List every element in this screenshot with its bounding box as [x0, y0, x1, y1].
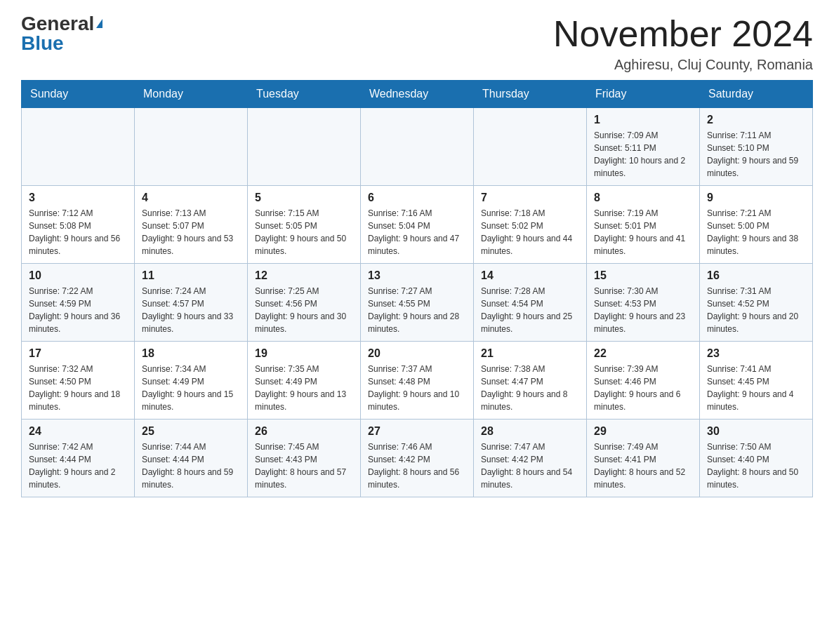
table-row: 18Sunrise: 7:34 AMSunset: 4:49 PMDayligh…: [135, 342, 248, 420]
day-info: Sunrise: 7:45 AMSunset: 4:43 PMDaylight:…: [255, 441, 353, 491]
calendar-body: 1Sunrise: 7:09 AMSunset: 5:11 PMDaylight…: [22, 108, 813, 497]
day-number: 7: [481, 192, 579, 204]
header-wednesday: Wednesday: [361, 81, 474, 108]
day-info: Sunrise: 7:38 AMSunset: 4:47 PMDaylight:…: [481, 363, 579, 413]
day-info: Sunrise: 7:19 AMSunset: 5:01 PMDaylight:…: [594, 207, 692, 257]
day-number: 14: [481, 269, 579, 282]
day-info: Sunrise: 7:31 AMSunset: 4:52 PMDaylight:…: [707, 285, 805, 335]
day-info: Sunrise: 7:09 AMSunset: 5:11 PMDaylight:…: [594, 129, 692, 180]
day-info: Sunrise: 7:37 AMSunset: 4:48 PMDaylight:…: [368, 363, 466, 413]
day-number: 24: [29, 425, 127, 438]
table-row: 8Sunrise: 7:19 AMSunset: 5:01 PMDaylight…: [587, 186, 700, 264]
table-row: 19Sunrise: 7:35 AMSunset: 4:49 PMDayligh…: [248, 342, 361, 420]
logo: General Blue: [21, 14, 102, 53]
day-info: Sunrise: 7:34 AMSunset: 4:49 PMDaylight:…: [142, 363, 240, 413]
day-info: Sunrise: 7:12 AMSunset: 5:08 PMDaylight:…: [29, 207, 127, 257]
month-title: November 2024: [553, 14, 813, 54]
table-row: 16Sunrise: 7:31 AMSunset: 4:52 PMDayligh…: [700, 264, 813, 342]
table-row: 14Sunrise: 7:28 AMSunset: 4:54 PMDayligh…: [474, 264, 587, 342]
table-row: 20Sunrise: 7:37 AMSunset: 4:48 PMDayligh…: [361, 342, 474, 420]
day-info: Sunrise: 7:28 AMSunset: 4:54 PMDaylight:…: [481, 285, 579, 335]
table-row: [248, 108, 361, 186]
table-row: 11Sunrise: 7:24 AMSunset: 4:57 PMDayligh…: [135, 264, 248, 342]
calendar-week-row: 1Sunrise: 7:09 AMSunset: 5:11 PMDaylight…: [22, 108, 813, 186]
day-number: 4: [142, 192, 240, 204]
day-number: 9: [707, 192, 805, 204]
table-row: 2Sunrise: 7:11 AMSunset: 5:10 PMDaylight…: [700, 108, 813, 186]
day-number: 8: [594, 192, 692, 204]
day-number: 30: [707, 425, 805, 438]
day-info: Sunrise: 7:11 AMSunset: 5:10 PMDaylight:…: [707, 129, 805, 180]
day-number: 27: [368, 425, 466, 438]
table-row: 7Sunrise: 7:18 AMSunset: 5:02 PMDaylight…: [474, 186, 587, 264]
header-tuesday: Tuesday: [248, 81, 361, 108]
day-number: 25: [142, 425, 240, 438]
calendar-week-row: 3Sunrise: 7:12 AMSunset: 5:08 PMDaylight…: [22, 186, 813, 264]
day-info: Sunrise: 7:15 AMSunset: 5:05 PMDaylight:…: [255, 207, 353, 257]
day-info: Sunrise: 7:30 AMSunset: 4:53 PMDaylight:…: [594, 285, 692, 335]
day-info: Sunrise: 7:50 AMSunset: 4:40 PMDaylight:…: [707, 441, 805, 491]
day-info: Sunrise: 7:39 AMSunset: 4:46 PMDaylight:…: [594, 363, 692, 413]
table-row: 10Sunrise: 7:22 AMSunset: 4:59 PMDayligh…: [22, 264, 135, 342]
day-number: 20: [368, 347, 466, 360]
day-number: 1: [594, 114, 692, 126]
day-info: Sunrise: 7:47 AMSunset: 4:42 PMDaylight:…: [481, 441, 579, 491]
day-number: 3: [29, 192, 127, 204]
day-info: Sunrise: 7:22 AMSunset: 4:59 PMDaylight:…: [29, 285, 127, 335]
day-number: 26: [255, 425, 353, 438]
table-row: 13Sunrise: 7:27 AMSunset: 4:55 PMDayligh…: [361, 264, 474, 342]
day-number: 10: [29, 269, 127, 282]
table-row: 4Sunrise: 7:13 AMSunset: 5:07 PMDaylight…: [135, 186, 248, 264]
day-info: Sunrise: 7:32 AMSunset: 4:50 PMDaylight:…: [29, 363, 127, 413]
table-row: [361, 108, 474, 186]
day-number: 21: [481, 347, 579, 360]
day-number: 2: [707, 114, 805, 126]
table-row: 28Sunrise: 7:47 AMSunset: 4:42 PMDayligh…: [474, 420, 587, 497]
day-info: Sunrise: 7:49 AMSunset: 4:41 PMDaylight:…: [594, 441, 692, 491]
table-row: 26Sunrise: 7:45 AMSunset: 4:43 PMDayligh…: [248, 420, 361, 497]
day-info: Sunrise: 7:46 AMSunset: 4:42 PMDaylight:…: [368, 441, 466, 491]
logo-triangle-icon: [96, 19, 102, 28]
day-number: 28: [481, 425, 579, 438]
day-number: 12: [255, 269, 353, 282]
day-number: 29: [594, 425, 692, 438]
day-info: Sunrise: 7:27 AMSunset: 4:55 PMDaylight:…: [368, 285, 466, 335]
day-number: 5: [255, 192, 353, 204]
table-row: 9Sunrise: 7:21 AMSunset: 5:00 PMDaylight…: [700, 186, 813, 264]
day-info: Sunrise: 7:21 AMSunset: 5:00 PMDaylight:…: [707, 207, 805, 257]
header-thursday: Thursday: [474, 81, 587, 108]
day-number: 16: [707, 269, 805, 282]
calendar-table: Sunday Monday Tuesday Wednesday Thursday…: [21, 80, 813, 497]
table-row: 23Sunrise: 7:41 AMSunset: 4:45 PMDayligh…: [700, 342, 813, 420]
table-row: 15Sunrise: 7:30 AMSunset: 4:53 PMDayligh…: [587, 264, 700, 342]
header-sunday: Sunday: [22, 81, 135, 108]
calendar-week-row: 10Sunrise: 7:22 AMSunset: 4:59 PMDayligh…: [22, 264, 813, 342]
table-row: 21Sunrise: 7:38 AMSunset: 4:47 PMDayligh…: [474, 342, 587, 420]
day-number: 18: [142, 347, 240, 360]
day-number: 6: [368, 192, 466, 204]
table-row: [135, 108, 248, 186]
table-row: [474, 108, 587, 186]
table-row: 5Sunrise: 7:15 AMSunset: 5:05 PMDaylight…: [248, 186, 361, 264]
day-info: Sunrise: 7:35 AMSunset: 4:49 PMDaylight:…: [255, 363, 353, 413]
table-row: [22, 108, 135, 186]
location-title: Aghiresu, Cluj County, Romania: [553, 57, 813, 73]
table-row: 6Sunrise: 7:16 AMSunset: 5:04 PMDaylight…: [361, 186, 474, 264]
day-info: Sunrise: 7:44 AMSunset: 4:44 PMDaylight:…: [142, 441, 240, 491]
day-number: 22: [594, 347, 692, 360]
table-row: 25Sunrise: 7:44 AMSunset: 4:44 PMDayligh…: [135, 420, 248, 497]
day-info: Sunrise: 7:25 AMSunset: 4:56 PMDaylight:…: [255, 285, 353, 335]
logo-general: General: [21, 14, 94, 34]
table-row: 3Sunrise: 7:12 AMSunset: 5:08 PMDaylight…: [22, 186, 135, 264]
day-info: Sunrise: 7:13 AMSunset: 5:07 PMDaylight:…: [142, 207, 240, 257]
day-info: Sunrise: 7:41 AMSunset: 4:45 PMDaylight:…: [707, 363, 805, 413]
header-saturday: Saturday: [700, 81, 813, 108]
day-number: 19: [255, 347, 353, 360]
table-row: 30Sunrise: 7:50 AMSunset: 4:40 PMDayligh…: [700, 420, 813, 497]
day-info: Sunrise: 7:16 AMSunset: 5:04 PMDaylight:…: [368, 207, 466, 257]
day-number: 11: [142, 269, 240, 282]
table-row: 1Sunrise: 7:09 AMSunset: 5:11 PMDaylight…: [587, 108, 700, 186]
day-number: 17: [29, 347, 127, 360]
day-number: 15: [594, 269, 692, 282]
table-row: 27Sunrise: 7:46 AMSunset: 4:42 PMDayligh…: [361, 420, 474, 497]
